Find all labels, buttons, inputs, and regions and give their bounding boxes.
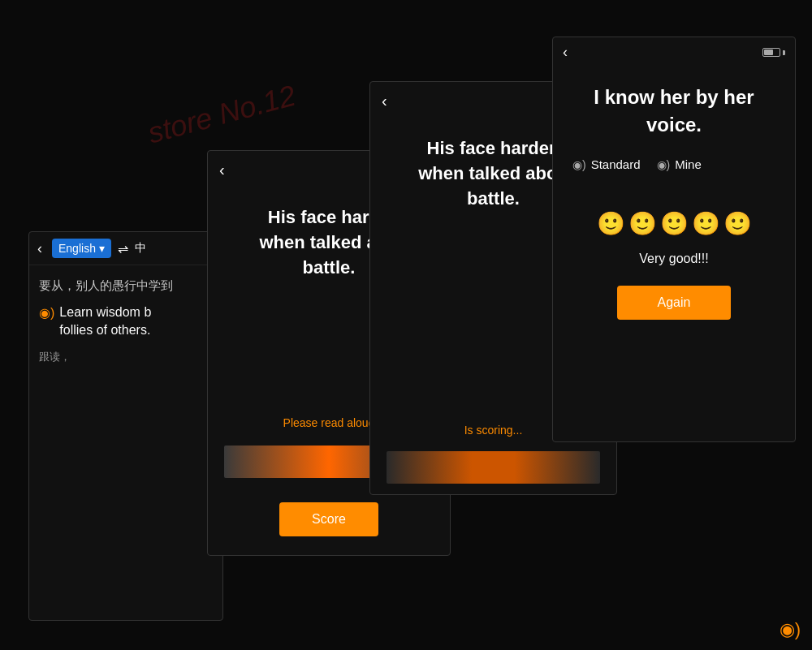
emoji-row: 🙂 🙂 🙂 🙂 🙂 bbox=[553, 194, 795, 245]
audio-mine[interactable]: ◉) Mine bbox=[657, 157, 702, 171]
emoji-3: 🙂 bbox=[660, 210, 689, 237]
card-result: ‹ I know her by her voice. ◉) Standard ◉… bbox=[552, 37, 796, 442]
speaker-mine-icon: ◉) bbox=[657, 158, 671, 171]
again-button[interactable]: Again bbox=[617, 286, 732, 320]
card1-back-arrow[interactable]: ‹ bbox=[37, 240, 42, 257]
emoji-4: 🙂 bbox=[692, 210, 720, 237]
card1-header: ‹ English ▾ ⇌ 中 bbox=[29, 232, 222, 265]
audio-standard-label: Standard bbox=[591, 157, 641, 171]
audio-options: ◉) Standard ◉) Mine bbox=[553, 151, 795, 178]
card-language-select: ‹ English ▾ ⇌ 中 要从，别人的愚行中学到 ◉) Learn wis… bbox=[28, 231, 223, 621]
battery-icon bbox=[762, 48, 785, 57]
language-source-label: English bbox=[58, 242, 96, 255]
english-translation: Learn wisdom b follies of others. bbox=[59, 303, 151, 340]
score-button[interactable]: Score bbox=[279, 502, 378, 536]
card4-header: ‹ bbox=[553, 37, 795, 67]
language-target-label: 中 bbox=[135, 241, 146, 256]
language-source-select[interactable]: English ▾ bbox=[52, 239, 111, 258]
chevron-down-icon: ▾ bbox=[99, 242, 105, 255]
card4-back-arrow[interactable]: ‹ bbox=[563, 44, 568, 61]
emoji-2: 🙂 bbox=[628, 210, 657, 237]
chinese-text: 要从，别人的愚行中学到 bbox=[39, 278, 213, 294]
speaker-standard-icon: ◉) bbox=[572, 158, 586, 171]
speaker-icon[interactable]: ◉) bbox=[39, 305, 54, 321]
audio-standard[interactable]: ◉) Standard bbox=[572, 157, 641, 171]
bottom-speaker-icon[interactable]: ◉) bbox=[780, 619, 801, 640]
swap-icon[interactable]: ⇌ bbox=[118, 241, 128, 256]
watermark-store: store No.12 bbox=[145, 79, 300, 151]
card1-content: 要从，别人的愚行中学到 ◉) Learn wisdom b follies of… bbox=[29, 265, 222, 377]
scoring-waveform bbox=[387, 451, 600, 484]
emoji-5: 🙂 bbox=[723, 210, 752, 237]
emoji-1: 🙂 bbox=[597, 210, 625, 237]
result-text: Very good!!! bbox=[553, 245, 795, 273]
audio-mine-label: Mine bbox=[675, 157, 702, 171]
pronunciation-line: ◉) Learn wisdom b follies of others. bbox=[39, 303, 213, 340]
follow-read-label: 跟读， bbox=[39, 350, 213, 364]
card4-sentence: I know her by her voice. bbox=[553, 67, 795, 151]
